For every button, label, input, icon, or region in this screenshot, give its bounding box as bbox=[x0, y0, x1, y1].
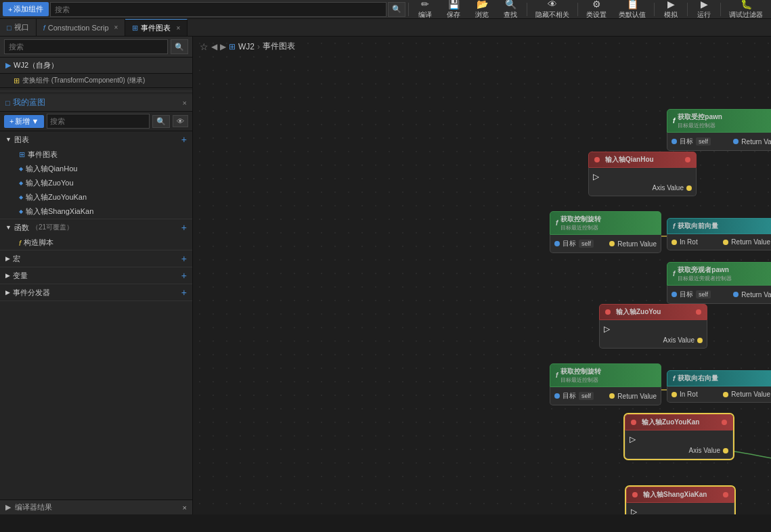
sidebar-top-search: 🔍 bbox=[0, 37, 192, 58]
breadcrumb-separator: › bbox=[257, 42, 260, 51]
class-defaults-button[interactable]: 📋类默认值 bbox=[613, 0, 651, 21]
node-input-qianhou[interactable]: 输入轴QianHou ▷ Axis Value bbox=[588, 152, 697, 196]
macro-arrow-icon: ▶ bbox=[5, 255, 10, 262]
node-get-spectator-pawn[interactable]: f 获取旁观者pawn 目标最近旁观者控制器 目标 self Return Va… bbox=[667, 262, 771, 304]
variables-section: ▶ 变量 + bbox=[0, 267, 192, 284]
sep5 bbox=[687, 3, 688, 16]
functions-add-button[interactable]: + bbox=[181, 222, 187, 233]
node-row-axis: Axis Value bbox=[589, 183, 696, 193]
edit-icon: ✏ bbox=[421, 0, 429, 9]
tab-construction-script[interactable]: f Construction Scrip × bbox=[37, 19, 126, 36]
separator bbox=[0, 91, 192, 91]
sidebar-item-transform[interactable]: ⊞ 变换组件 (TransformComponent0) (继承) bbox=[0, 74, 192, 88]
input3-right-pin bbox=[722, 420, 727, 425]
run-button[interactable]: ▶运行 bbox=[690, 0, 718, 21]
node-get-controlled-rotation-2[interactable]: f 获取控制旋转 目标最近控制器 目标 self Return Value bbox=[550, 363, 661, 405]
breadcrumb-wj2: WJ2 bbox=[238, 42, 255, 51]
node-get-forward-vector[interactable]: f 获取向前向量 In Rot Return Value bbox=[667, 218, 771, 250]
breadcrumb-forward-icon[interactable]: ▶ bbox=[220, 42, 226, 51]
sidebar-item-event-graph[interactable]: ⊞ 事件图表 bbox=[0, 148, 192, 162]
new-plus-icon: + bbox=[9, 117, 14, 125]
graph-section-header[interactable]: ▼ 图表 + bbox=[0, 131, 192, 148]
blueprint-search-input[interactable] bbox=[47, 114, 150, 129]
input4-pin bbox=[632, 492, 638, 497]
graph-arrow-icon: ▼ bbox=[5, 136, 12, 143]
macro-section-header[interactable]: ▶ 宏 + bbox=[0, 250, 192, 267]
edit-button[interactable]: ✏编译 bbox=[412, 0, 439, 21]
sidebar: 🔍 ▶ WJ2（自身） ⊞ 变换组件 (TransformComponent0)… bbox=[0, 37, 193, 514]
node-input-zuoyou[interactable]: 输入轴ZuoYou ▷ Axis Value bbox=[599, 304, 707, 349]
save-button[interactable]: 💾保存 bbox=[440, 0, 467, 21]
node-f-icon3: f bbox=[673, 223, 675, 230]
variables-section-header[interactable]: ▶ 变量 + bbox=[0, 267, 192, 284]
graph-add-button[interactable]: + bbox=[181, 134, 187, 145]
r6-pin bbox=[609, 393, 615, 399]
input4-right-pin bbox=[723, 492, 728, 497]
tab-event-graph[interactable]: ⊞ 事件图表 × bbox=[125, 19, 188, 36]
browse-button[interactable]: 📂浏览 bbox=[468, 0, 495, 21]
sidebar-search-button[interactable]: 🔍 bbox=[171, 39, 188, 54]
class-settings-icon: ⚙ bbox=[592, 0, 601, 9]
debug-filter-button[interactable]: 🐛调试过滤器 bbox=[724, 0, 768, 21]
event-dispatchers-section: ▶ 事件分发器 + bbox=[0, 284, 192, 301]
macro-add-button[interactable]: + bbox=[181, 253, 187, 264]
blueprints-close-button[interactable]: × bbox=[183, 99, 187, 107]
rv2-pin bbox=[723, 392, 728, 397]
construction-tab-close[interactable]: × bbox=[114, 24, 118, 31]
sidebar-item-zuoyoukan[interactable]: ◆ 输入轴ZuoYouKan bbox=[0, 190, 192, 204]
blueprint-icon: □ bbox=[5, 99, 10, 107]
node-f-icon4: f bbox=[673, 270, 675, 278]
dispatchers-add-button[interactable]: + bbox=[181, 287, 187, 298]
rv-pin bbox=[723, 240, 728, 245]
axis-pin bbox=[686, 185, 692, 191]
input2-exec-pin: ▷ bbox=[604, 324, 610, 334]
view-options-button[interactable]: 👁 bbox=[173, 115, 188, 127]
search-bp-button[interactable]: 🔍 bbox=[152, 115, 170, 128]
blueprints-header: □ 我的蓝图 × bbox=[0, 94, 192, 112]
sidebar-item-wj2[interactable]: ▶ WJ2（自身） bbox=[0, 58, 192, 74]
input3-pin bbox=[631, 420, 636, 425]
class-settings-button[interactable]: ⚙类设置 bbox=[581, 0, 612, 21]
node-input-zuoyoukan[interactable]: 输入轴ZuoYouKan ▷ Axis Value bbox=[625, 414, 733, 459]
tab-viewport[interactable]: □ 视口 bbox=[0, 19, 37, 36]
r4-pin bbox=[733, 292, 739, 297]
add-component-button[interactable]: + 添加组件 bbox=[3, 2, 49, 16]
t3-pin bbox=[554, 241, 560, 246]
compile-arrow-icon: ▶ bbox=[5, 503, 11, 512]
sidebar-item-zuoyou[interactable]: ◆ 输入轴ZuoYou bbox=[0, 176, 192, 190]
sidebar-item-shangxiakan[interactable]: ◆ 输入轴ShangXiaKan bbox=[0, 204, 192, 219]
diamond-icon-4: ◆ bbox=[19, 208, 23, 215]
top-search-input[interactable] bbox=[50, 2, 387, 17]
sidebar-search-input[interactable] bbox=[4, 39, 168, 54]
t4-pin bbox=[671, 292, 677, 297]
sidebar-item-construct-script[interactable]: f 构造脚本 bbox=[0, 236, 192, 250]
simulate-button[interactable]: ▶模拟 bbox=[657, 0, 684, 21]
variables-arrow-icon: ▶ bbox=[5, 272, 10, 279]
breadcrumb-back-icon[interactable]: ◀ bbox=[211, 42, 217, 51]
node-get-controlled-rotation-1[interactable]: f 获取控制旋转 目标最近控制器 目标 self Return Value bbox=[550, 211, 661, 253]
breadcrumb: ☆ ◀ ▶ ⊞ WJ2 › 事件图表 bbox=[193, 37, 302, 56]
hide-unrelated-button[interactable]: 👁隐藏不相关 bbox=[530, 0, 575, 21]
compile-close-icon[interactable]: × bbox=[183, 504, 187, 512]
find-button[interactable]: 🔍查找 bbox=[497, 0, 524, 21]
sep4 bbox=[654, 3, 655, 16]
compile-bar: ▶ 编译器结果 × bbox=[0, 500, 192, 514]
new-button[interactable]: + 新增 ▼ bbox=[4, 115, 44, 128]
input2-right-pin bbox=[696, 309, 701, 315]
node-input-shangxiakan[interactable]: 输入轴ShangXiaKan ▷ Axis Value bbox=[626, 487, 734, 514]
event-graph-tab-close[interactable]: × bbox=[176, 24, 180, 32]
transform-icon: ⊞ bbox=[14, 76, 20, 85]
event-dispatchers-section-header[interactable]: ▶ 事件分发器 + bbox=[0, 284, 192, 301]
node-get-controlled-pawn[interactable]: f 获取受控pawn 目标最近控制器 目标 self Return Value bbox=[667, 109, 771, 151]
class-defaults-icon: 📋 bbox=[627, 0, 638, 9]
node-get-right-vector[interactable]: f 获取向右向量 In Rot Return Value bbox=[667, 370, 771, 403]
node-row-target4: 目标 self Return Value bbox=[667, 288, 771, 301]
inrot-pin bbox=[671, 240, 677, 245]
sidebar-item-qianhou[interactable]: ◆ 输入轴QianHou bbox=[0, 162, 192, 176]
construction-tab-icon: f bbox=[43, 24, 45, 32]
top-search-button[interactable]: 🔍 bbox=[388, 2, 405, 17]
functions-section-header[interactable]: ▼ 函数 （21可覆盖） + bbox=[0, 219, 192, 236]
canvas-area[interactable]: ☆ ◀ ▶ ⊞ WJ2 › 事件图表 bbox=[193, 37, 771, 514]
breadcrumb-star-icon[interactable]: ☆ bbox=[200, 41, 208, 52]
variables-add-button[interactable]: + bbox=[181, 270, 187, 281]
